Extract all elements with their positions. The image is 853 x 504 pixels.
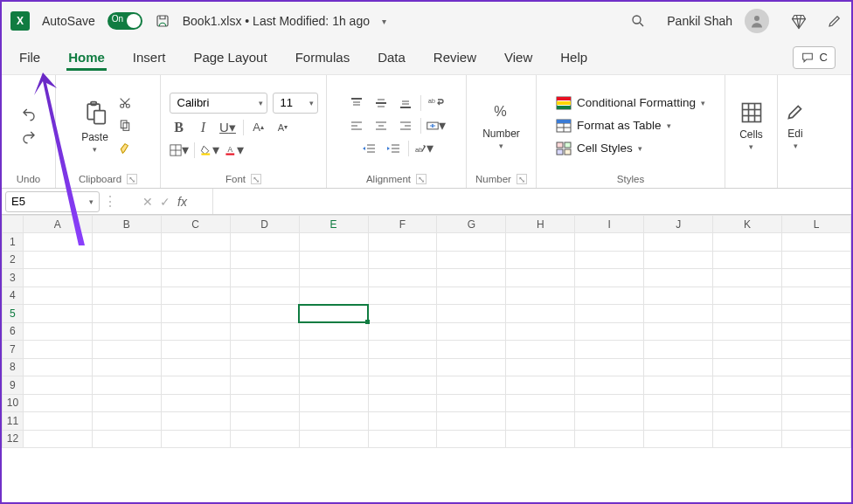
tab-insert[interactable]: Insert xyxy=(131,45,168,70)
cell-H3[interactable] xyxy=(506,269,575,287)
decrease-font-icon[interactable]: A▾ xyxy=(274,119,293,136)
cell-H6[interactable] xyxy=(506,322,575,341)
cell-D7[interactable] xyxy=(230,341,299,359)
cell-K2[interactable] xyxy=(713,251,782,269)
cell-A1[interactable] xyxy=(23,233,92,252)
name-box[interactable]: E5 ▾ xyxy=(5,191,100,212)
font-size-select[interactable]: 11▾ xyxy=(273,93,318,114)
cell-E5[interactable] xyxy=(299,305,368,323)
tab-view[interactable]: View xyxy=(503,45,534,70)
cell-B2[interactable] xyxy=(92,251,161,269)
font-launcher-icon[interactable]: ⤡ xyxy=(251,174,261,184)
cell-F9[interactable] xyxy=(368,376,437,395)
cell-L5[interactable] xyxy=(782,305,851,323)
cell-E9[interactable] xyxy=(299,376,368,395)
row-header-5[interactable]: 5 xyxy=(3,305,24,323)
font-name-select[interactable]: Calibri▾ xyxy=(170,93,267,114)
cell-L10[interactable] xyxy=(782,394,851,412)
avatar[interactable] xyxy=(745,9,769,33)
alignment-launcher-icon[interactable]: ⤡ xyxy=(416,174,426,184)
align-bottom-icon[interactable] xyxy=(396,94,415,112)
cell-C9[interactable] xyxy=(161,376,230,395)
tab-data[interactable]: Data xyxy=(376,45,407,70)
bold-button[interactable]: B xyxy=(170,119,189,136)
cell-I1[interactable] xyxy=(575,233,644,252)
row-header-8[interactable]: 8 xyxy=(3,358,24,376)
cell-K10[interactable] xyxy=(713,394,782,412)
cell-H7[interactable] xyxy=(506,341,575,359)
cell-D3[interactable] xyxy=(230,269,299,287)
cell-B5[interactable] xyxy=(92,305,161,323)
paste-button[interactable]: Paste ▾ xyxy=(81,98,108,154)
cell-E10[interactable] xyxy=(299,394,368,412)
cell-G5[interactable] xyxy=(437,305,506,323)
cell-D5[interactable] xyxy=(230,305,299,323)
cell-K1[interactable] xyxy=(713,233,782,252)
cell-J2[interactable] xyxy=(644,251,713,269)
cell-C11[interactable] xyxy=(161,412,230,431)
cell-K4[interactable] xyxy=(713,287,782,305)
align-middle-icon[interactable] xyxy=(371,94,391,112)
cell-J8[interactable] xyxy=(644,358,713,376)
cancel-formula-icon[interactable]: ✕ xyxy=(142,195,153,209)
chevron-down-icon[interactable]: ▾ xyxy=(382,17,386,26)
comments-button[interactable]: C xyxy=(793,46,836,69)
cell-J4[interactable] xyxy=(644,287,713,305)
cell-B10[interactable] xyxy=(92,394,161,412)
cell-C10[interactable] xyxy=(161,394,230,412)
cell-C6[interactable] xyxy=(161,322,230,341)
format-as-table-button[interactable]: Format as Table▾ xyxy=(556,119,671,133)
cell-G4[interactable] xyxy=(437,287,506,305)
number-format-button[interactable]: % Number ▾ xyxy=(482,101,520,150)
cell-A7[interactable] xyxy=(23,341,92,359)
cell-D9[interactable] xyxy=(230,376,299,395)
tab-file[interactable]: File xyxy=(17,45,42,70)
redo-icon[interactable] xyxy=(19,128,38,146)
cell-E4[interactable] xyxy=(299,287,368,305)
tab-formulas[interactable]: Formulas xyxy=(294,45,352,70)
cell-H1[interactable] xyxy=(506,233,575,252)
cell-L12[interactable] xyxy=(782,430,851,448)
cell-D6[interactable] xyxy=(230,322,299,341)
cell-L8[interactable] xyxy=(782,358,851,376)
cell-D8[interactable] xyxy=(230,358,299,376)
cell-J6[interactable] xyxy=(644,322,713,341)
cell-H12[interactable] xyxy=(506,430,575,448)
cell-B1[interactable] xyxy=(92,233,161,252)
cell-F11[interactable] xyxy=(368,412,437,431)
cell-I3[interactable] xyxy=(575,269,644,287)
merge-center-icon[interactable]: ▾ xyxy=(426,117,446,135)
col-header-B[interactable]: B xyxy=(92,216,161,233)
cell-K7[interactable] xyxy=(713,341,782,359)
cell-H11[interactable] xyxy=(506,412,575,431)
cell-J1[interactable] xyxy=(644,233,713,252)
cell-B3[interactable] xyxy=(92,269,161,287)
cell-A8[interactable] xyxy=(23,358,92,376)
align-left-icon[interactable] xyxy=(347,117,366,135)
cell-F12[interactable] xyxy=(368,430,437,448)
cell-L1[interactable] xyxy=(782,233,851,252)
spreadsheet-grid[interactable]: ABCDEFGHIJKL123456789101112 xyxy=(2,215,851,448)
clipboard-launcher-icon[interactable]: ⤡ xyxy=(127,174,137,184)
cell-D1[interactable] xyxy=(230,233,299,252)
col-header-J[interactable]: J xyxy=(644,216,713,233)
formula-input[interactable] xyxy=(213,189,851,214)
cell-I4[interactable] xyxy=(575,287,644,305)
col-header-E[interactable]: E xyxy=(299,216,368,233)
tab-help[interactable]: Help xyxy=(558,45,589,70)
autosave-toggle[interactable]: On xyxy=(107,12,142,30)
cell-A2[interactable] xyxy=(23,251,92,269)
col-header-H[interactable]: H xyxy=(506,216,575,233)
cell-E6[interactable] xyxy=(299,322,368,341)
cell-G12[interactable] xyxy=(437,430,506,448)
conditional-formatting-button[interactable]: Conditional Formatting▾ xyxy=(556,96,705,110)
row-header-9[interactable]: 9 xyxy=(3,376,24,395)
cell-E11[interactable] xyxy=(299,412,368,431)
cell-F7[interactable] xyxy=(368,341,437,359)
cell-G9[interactable] xyxy=(437,376,506,395)
row-header-10[interactable]: 10 xyxy=(3,394,24,412)
enter-formula-icon[interactable]: ✓ xyxy=(160,195,170,209)
cell-I5[interactable] xyxy=(575,305,644,323)
cell-D12[interactable] xyxy=(230,430,299,448)
cell-F3[interactable] xyxy=(368,269,437,287)
